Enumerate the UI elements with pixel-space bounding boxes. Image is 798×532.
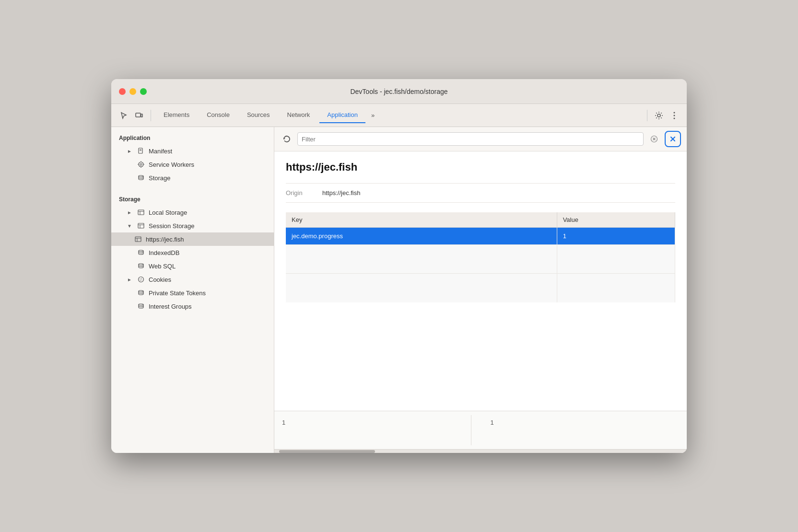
svg-point-32 [139, 290, 143, 292]
manifest-label: Manifest [149, 148, 172, 155]
jec-fish-icon [134, 235, 142, 243]
origin-value: https://jec.fish [322, 189, 360, 197]
sidebar-item-service-workers[interactable]: ► Service Workers [111, 158, 274, 171]
toolbar-right [644, 109, 681, 122]
interest-groups-label: Interest Groups [149, 303, 192, 310]
more-options-icon[interactable] [668, 109, 681, 122]
scrollbar-track[interactable] [274, 449, 687, 453]
bottom-key-value: 1 [282, 419, 285, 426]
window-title: DevTools - jec.fish/demo/storage [350, 88, 447, 95]
local-storage-arrow: ► [127, 210, 132, 215]
sidebar-item-cookies[interactable]: ► Cookies [111, 273, 274, 286]
table-row[interactable]: jec.demo.progress 1 [286, 228, 675, 245]
application-section-title: Application [111, 127, 274, 144]
svg-rect-1 [141, 114, 142, 117]
cookies-label: Cookies [149, 276, 171, 283]
svg-point-26 [139, 264, 143, 265]
empty-key-cell-2 [286, 274, 557, 302]
origin-row: Origin https://jec.fish [286, 183, 675, 203]
origin-label: Origin [286, 189, 315, 197]
service-workers-icon [137, 161, 145, 168]
panel-content: https://jec.fish Origin https://jec.fish… [274, 151, 687, 411]
sidebar-item-indexeddb[interactable]: ► IndexedDB [111, 246, 274, 259]
svg-point-25 [139, 250, 143, 252]
settings-icon[interactable] [652, 109, 666, 122]
maximize-button[interactable] [140, 88, 147, 95]
jec-fish-label: https://jec.fish [146, 236, 184, 243]
key-column-header: Key [286, 212, 557, 228]
svg-rect-19 [138, 223, 144, 228]
web-sql-icon [137, 262, 145, 270]
storage-section-title: Storage [111, 188, 274, 206]
svg-point-2 [657, 114, 660, 117]
svg-rect-0 [136, 113, 141, 117]
sidebar-item-storage-app[interactable]: ► Storage [111, 171, 274, 185]
sidebar-item-web-sql[interactable]: ► Web SQL [111, 259, 274, 273]
titlebar: DevTools - jec.fish/demo/storage [111, 79, 687, 104]
scrollbar-thumb[interactable] [279, 450, 375, 453]
bottom-panel: 1 1 [274, 411, 687, 449]
separator [151, 110, 151, 121]
svg-point-31 [140, 280, 141, 281]
tab-console[interactable]: Console [199, 107, 237, 123]
bottom-key-cell: 1 [282, 415, 471, 445]
svg-rect-16 [138, 210, 144, 215]
window-controls [119, 88, 147, 95]
sidebar-item-manifest[interactable]: ► Manifest [111, 144, 274, 158]
tab-elements[interactable]: Elements [156, 107, 197, 123]
empty-value-cell [557, 245, 675, 274]
session-storage-icon [137, 222, 145, 230]
main-panel: https://jec.fish Origin https://jec.fish… [274, 127, 687, 453]
indexeddb-label: IndexedDB [149, 249, 179, 256]
sidebar-item-private-state-tokens[interactable]: ► Private State Tokens [111, 286, 274, 300]
refresh-button[interactable] [280, 132, 293, 146]
more-tabs-button[interactable]: » [367, 108, 378, 123]
sidebar-item-jec-fish[interactable]: https://jec.fish [111, 232, 274, 246]
main-content: Application ► Manifest ► [111, 127, 687, 453]
local-storage-label: Local Storage [149, 209, 187, 216]
private-state-tokens-label: Private State Tokens [149, 289, 206, 297]
local-storage-icon [137, 208, 145, 216]
svg-point-3 [674, 112, 675, 113]
sidebar-item-local-storage[interactable]: ► Local Storage [111, 206, 274, 219]
sidebar-item-session-storage[interactable]: ▼ Session Storage [111, 219, 274, 232]
filter-input[interactable] [297, 132, 644, 146]
svg-point-10 [140, 163, 142, 165]
value-column-header: Value [557, 212, 675, 228]
svg-point-5 [674, 117, 675, 119]
separator-right [647, 110, 647, 121]
sidebar-item-interest-groups[interactable]: ► Interest Groups [111, 300, 274, 313]
cookies-icon [137, 276, 145, 283]
panel-toolbar [274, 127, 687, 151]
tab-bar: Elements Console Sources Network Applica… [111, 104, 687, 127]
clear-filter-button[interactable] [647, 132, 661, 146]
empty-value-cell-2 [557, 274, 675, 302]
svg-point-33 [139, 304, 143, 305]
tab-network[interactable]: Network [280, 107, 318, 123]
x-close-button[interactable] [665, 131, 681, 147]
svg-point-27 [139, 277, 144, 282]
cursor-icon[interactable] [117, 109, 130, 122]
manifest-icon [137, 147, 145, 155]
private-state-tokens-icon [137, 289, 145, 297]
origin-title: https://jec.fish [286, 161, 675, 173]
tab-application[interactable]: Application [319, 107, 365, 123]
interest-groups-icon [137, 302, 145, 310]
svg-point-28 [140, 278, 141, 279]
close-button[interactable] [119, 88, 126, 95]
web-sql-label: Web SQL [149, 263, 176, 270]
minimize-button[interactable] [129, 88, 136, 95]
storage-label: Storage [149, 174, 171, 182]
table-row-empty-2 [286, 274, 675, 302]
service-workers-label: Service Workers [149, 161, 194, 168]
value-cell: 1 [557, 228, 675, 245]
bottom-value-value: 1 [491, 419, 494, 426]
session-storage-arrow: ▼ [127, 223, 132, 229]
cookies-arrow: ► [127, 277, 132, 282]
storage-icon [137, 174, 145, 182]
tab-sources[interactable]: Sources [239, 107, 278, 123]
device-toggle-icon[interactable] [132, 109, 146, 122]
sidebar: Application ► Manifest ► [111, 127, 274, 453]
key-cell: jec.demo.progress [286, 228, 557, 245]
storage-table: Key Value jec.demo.progress 1 [286, 212, 675, 302]
